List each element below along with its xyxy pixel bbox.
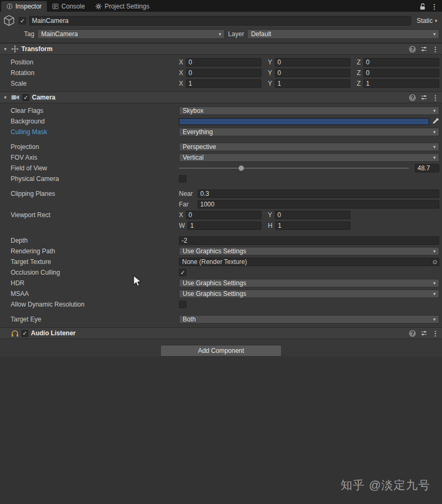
gameobject-name-field[interactable] — [29, 16, 411, 26]
chevron-down-icon: ▾ — [433, 129, 436, 135]
spacer — [357, 221, 439, 230]
lock-open-icon[interactable] — [420, 3, 425, 10]
fov-axis-row: FOV Axis Vertical ▾ — [0, 152, 442, 163]
axis-z-label: Z — [357, 80, 361, 87]
tab-console[interactable]: Console — [47, 1, 90, 12]
scale-row: Scale X Y Z — [0, 78, 442, 89]
chevron-down-icon: ▾ — [433, 155, 436, 160]
clear-flags-row: Clear Flags Skybox ▾ — [0, 105, 442, 116]
occlusion-culling-checkbox[interactable]: ✓ — [179, 269, 186, 276]
help-icon[interactable]: ? — [409, 94, 416, 101]
help-icon[interactable]: ? — [409, 330, 416, 337]
msaa-dropdown[interactable]: Use Graphics Settings ▾ — [179, 290, 439, 298]
audio-listener-component: ✓ Audio Listener ? ⋮ — [0, 327, 442, 339]
target-texture-field[interactable]: None (Render Texture) ⊙ — [179, 258, 439, 266]
object-picker-icon[interactable]: ⊙ — [430, 258, 439, 266]
tab-project-settings[interactable]: Project Settings — [90, 1, 154, 12]
transform-header[interactable]: ▼ Transform ? ⋮ — [0, 43, 442, 55]
inspector-icon — [6, 3, 13, 10]
check-icon: ✓ — [20, 18, 24, 24]
spacer — [357, 211, 439, 219]
axis-y-label: Y — [268, 69, 272, 77]
physical-camera-checkbox[interactable] — [179, 175, 186, 183]
add-component-button[interactable]: Add Component — [160, 345, 282, 357]
hdr-row: HDR Use Graphics Settings ▾ — [0, 278, 442, 288]
depth-field[interactable] — [179, 236, 439, 245]
position-z-field[interactable] — [363, 58, 439, 67]
presets-icon[interactable] — [421, 94, 427, 101]
fov-axis-dropdown[interactable]: Vertical ▾ — [179, 153, 439, 162]
kebab-menu-icon[interactable]: ⋮ — [432, 94, 439, 101]
static-dropdown[interactable]: Static ▾ — [414, 17, 439, 24]
slider-track — [179, 168, 409, 169]
kebab-menu-icon[interactable]: ⋮ — [432, 46, 439, 53]
rendering-path-dropdown[interactable]: Use Graphics Settings ▾ — [179, 247, 439, 255]
scale-z-field[interactable] — [363, 79, 439, 88]
rotation-z-field[interactable] — [363, 69, 439, 77]
depth-label: Depth — [11, 237, 179, 244]
tab-inspector[interactable]: Inspector — [1, 1, 47, 12]
header-actions: ? ⋮ — [409, 330, 439, 337]
field-of-view-row: Field of View — [0, 163, 442, 173]
audio-listener-header[interactable]: ✓ Audio Listener ? ⋮ — [0, 327, 442, 339]
hdr-dropdown[interactable]: Use Graphics Settings ▾ — [179, 279, 439, 287]
near-label: Near — [179, 190, 195, 197]
far-field[interactable] — [198, 200, 439, 209]
rotation-row: Rotation X Y Z — [0, 68, 442, 78]
culling-mask-dropdown[interactable]: Everything ▾ — [179, 128, 439, 136]
scale-x-field[interactable] — [186, 79, 261, 88]
viewport-w-field[interactable] — [187, 221, 261, 230]
clipping-planes-label: Clipping Planes — [11, 190, 179, 197]
clear-flags-dropdown[interactable]: Skybox ▾ — [179, 106, 439, 115]
audio-listener-enabled-checkbox[interactable]: ✓ — [21, 330, 28, 337]
camera-enabled-checkbox[interactable]: ✓ — [22, 94, 29, 101]
scale-label: Scale — [11, 80, 179, 87]
background-color-swatch[interactable] — [179, 118, 429, 125]
field-of-view-value-field[interactable] — [415, 164, 439, 172]
eyedropper-icon[interactable] — [432, 118, 439, 125]
viewport-y-field[interactable] — [275, 211, 350, 219]
static-label: Static — [416, 17, 432, 24]
help-icon[interactable]: ? — [409, 46, 416, 53]
allow-dynamic-resolution-checkbox[interactable] — [179, 301, 186, 308]
target-texture-value: None (Render Texture) — [182, 258, 247, 266]
rotation-y-field[interactable] — [275, 69, 350, 77]
foldout-icon[interactable]: ▼ — [2, 47, 9, 52]
camera-header[interactable]: ▼ ✓ Camera ? ⋮ — [0, 92, 442, 103]
gameobject-active-checkbox[interactable]: ✓ — [19, 17, 26, 24]
target-eye-dropdown[interactable]: Both ▾ — [179, 315, 439, 324]
axis-x-label: X — [179, 211, 183, 219]
clipping-planes-far-row: Far — [0, 199, 442, 210]
position-x-field[interactable] — [186, 58, 261, 67]
mouse-cursor — [133, 275, 142, 288]
rotation-label: Rotation — [11, 69, 179, 77]
field-of-view-slider[interactable] — [179, 164, 409, 172]
layer-dropdown[interactable]: Default ▾ — [247, 29, 439, 39]
viewport-x-field[interactable] — [186, 211, 261, 219]
gameobject-cube-icon — [3, 14, 15, 27]
axis-y-label: Y — [268, 211, 272, 219]
scale-y-field[interactable] — [275, 79, 350, 88]
tag-dropdown[interactable]: MainCamera ▾ — [37, 29, 225, 39]
axis-z-label: Z — [357, 59, 361, 66]
viewport-h-field[interactable] — [275, 221, 350, 230]
camera-icon — [11, 94, 20, 101]
rotation-x-field[interactable] — [186, 69, 261, 77]
background-label: Background — [11, 118, 179, 125]
presets-icon[interactable] — [421, 46, 427, 52]
headphones-icon — [11, 330, 19, 337]
near-field[interactable] — [198, 189, 439, 198]
kebab-menu-icon[interactable]: ⋮ — [432, 330, 439, 337]
check-icon: ✓ — [23, 94, 28, 101]
chevron-down-icon: ▾ — [433, 317, 436, 322]
position-y-field[interactable] — [275, 58, 350, 67]
kebab-menu-icon[interactable]: ⋮ — [431, 3, 438, 10]
presets-icon[interactable] — [421, 330, 427, 336]
foldout-icon[interactable]: ▼ — [2, 95, 9, 100]
physical-camera-row: Physical Camera — [0, 173, 442, 184]
layer-value: Default — [251, 30, 271, 38]
gear-icon — [95, 3, 102, 10]
gameobject-header: ✓ Static ▾ Tag MainCamera ▾ Layer Defaul… — [0, 12, 442, 43]
slider-thumb[interactable] — [239, 166, 244, 171]
projection-dropdown[interactable]: Perspective ▾ — [179, 143, 439, 151]
